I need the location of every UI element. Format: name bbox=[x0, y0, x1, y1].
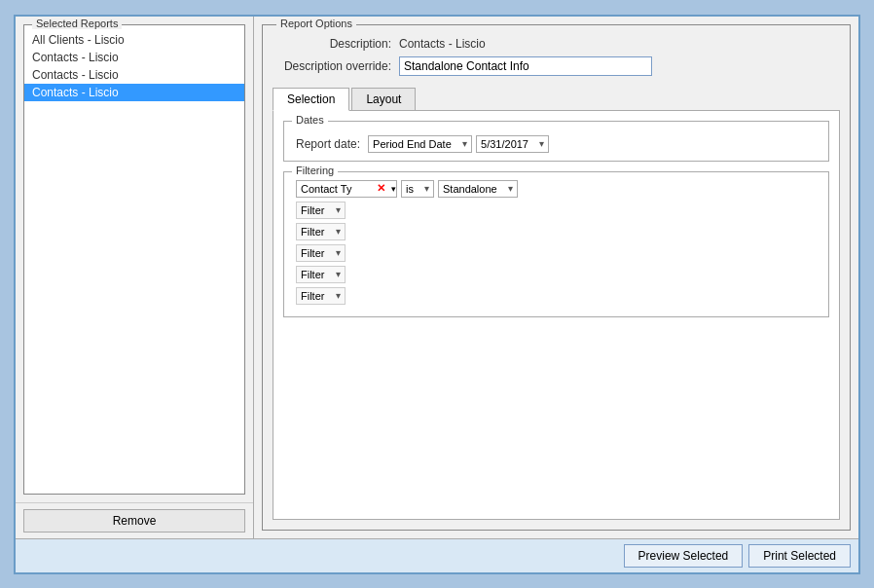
report-date-value-select[interactable]: 5/31/2017 bbox=[477, 136, 548, 152]
preview-selected-button[interactable]: Preview Selected bbox=[624, 544, 744, 568]
report-date-select-wrapper[interactable]: Period End Date bbox=[368, 135, 472, 153]
filter-row-2: Filter bbox=[296, 202, 817, 219]
filter-clear-button[interactable]: ✕ bbox=[375, 182, 387, 195]
list-item[interactable]: Contacts - Liscio bbox=[24, 49, 244, 66]
list-item[interactable]: All Clients - Liscio bbox=[24, 31, 244, 49]
active-filter-field-input[interactable] bbox=[297, 181, 375, 197]
report-list: All Clients - Liscio Contacts - Liscio C… bbox=[24, 29, 244, 494]
list-item[interactable]: Contacts - Liscio bbox=[24, 66, 244, 84]
filter-placeholder-2[interactable]: Filter bbox=[296, 202, 346, 219]
report-options-group: Report Options Description: Contacts - L… bbox=[262, 24, 851, 531]
content-area: Selected Reports All Clients - Liscio Co… bbox=[16, 17, 858, 538]
dates-section: Dates Report date: Period End Date bbox=[283, 121, 829, 162]
filter-value-wrapper[interactable]: Standalone bbox=[438, 180, 518, 198]
filter-placeholder-5[interactable]: Filter bbox=[296, 266, 346, 283]
filter-operator-select[interactable]: is bbox=[402, 181, 433, 197]
left-panel: Selected Reports All Clients - Liscio Co… bbox=[16, 17, 254, 538]
report-date-label: Report date: bbox=[296, 137, 360, 151]
description-row: Description: Contacts - Liscio bbox=[273, 37, 840, 51]
filter-placeholder-6[interactable]: Filter bbox=[296, 287, 346, 305]
description-override-input[interactable] bbox=[399, 56, 652, 76]
remove-button[interactable]: Remove bbox=[23, 509, 245, 533]
filter-select-4[interactable]: Filter bbox=[297, 245, 345, 261]
right-panel: Report Options Description: Contacts - L… bbox=[254, 17, 858, 538]
dates-row: Report date: Period End Date 5/31/2017 bbox=[296, 135, 817, 153]
filter-placeholder-4[interactable]: Filter bbox=[296, 244, 346, 262]
print-selected-button[interactable]: Print Selected bbox=[748, 544, 851, 568]
description-override-row: Description override: bbox=[273, 56, 840, 76]
left-panel-footer: Remove bbox=[16, 502, 253, 538]
main-window: Selected Reports All Clients - Liscio Co… bbox=[14, 15, 860, 574]
tab-bar: Selection Layout bbox=[273, 88, 840, 111]
selected-reports-title: Selected Reports bbox=[32, 18, 122, 29]
tab-content: Dates Report date: Period End Date bbox=[273, 111, 840, 520]
filter-placeholder-3[interactable]: Filter bbox=[296, 223, 346, 240]
filter-row-5: Filter bbox=[296, 266, 817, 283]
filter-select-6[interactable]: Filter bbox=[297, 288, 345, 304]
filter-row-4: Filter bbox=[296, 244, 817, 262]
filter-select-5[interactable]: Filter bbox=[297, 267, 345, 282]
tab-selection[interactable]: Selection bbox=[273, 88, 349, 111]
filter-operator-wrapper[interactable]: is bbox=[401, 180, 434, 198]
list-item-selected[interactable]: Contacts - Liscio bbox=[24, 84, 244, 101]
tabs-container: Selection Layout Dates Report date: Per bbox=[273, 88, 840, 520]
active-filter-row: ✕ ▾ is Standalone bbox=[296, 180, 817, 198]
filter-value-select[interactable]: Standalone bbox=[439, 181, 517, 197]
filter-row-6: Filter bbox=[296, 287, 817, 305]
selected-reports-group: Selected Reports All Clients - Liscio Co… bbox=[23, 24, 245, 495]
report-date-value-wrapper[interactable]: 5/31/2017 bbox=[476, 135, 549, 153]
description-value: Contacts - Liscio bbox=[399, 37, 486, 51]
tab-layout[interactable]: Layout bbox=[351, 88, 416, 110]
chevron-down-icon: ▾ bbox=[391, 184, 396, 194]
active-filter-field[interactable]: ✕ ▾ bbox=[296, 180, 397, 198]
description-override-label: Description override: bbox=[273, 59, 399, 73]
filter-select-3[interactable]: Filter bbox=[297, 224, 345, 239]
description-label: Description: bbox=[273, 37, 399, 51]
filter-row-3: Filter bbox=[296, 223, 817, 240]
bottom-bar: Preview Selected Print Selected bbox=[16, 538, 858, 572]
report-options-title: Report Options bbox=[276, 18, 356, 29]
filtering-section: Filtering ✕ ▾ is bbox=[283, 171, 829, 317]
filtering-title: Filtering bbox=[292, 165, 338, 176]
report-date-select[interactable]: Period End Date bbox=[369, 136, 471, 152]
filter-select-2[interactable]: Filter bbox=[297, 202, 345, 218]
dates-title: Dates bbox=[292, 114, 328, 126]
